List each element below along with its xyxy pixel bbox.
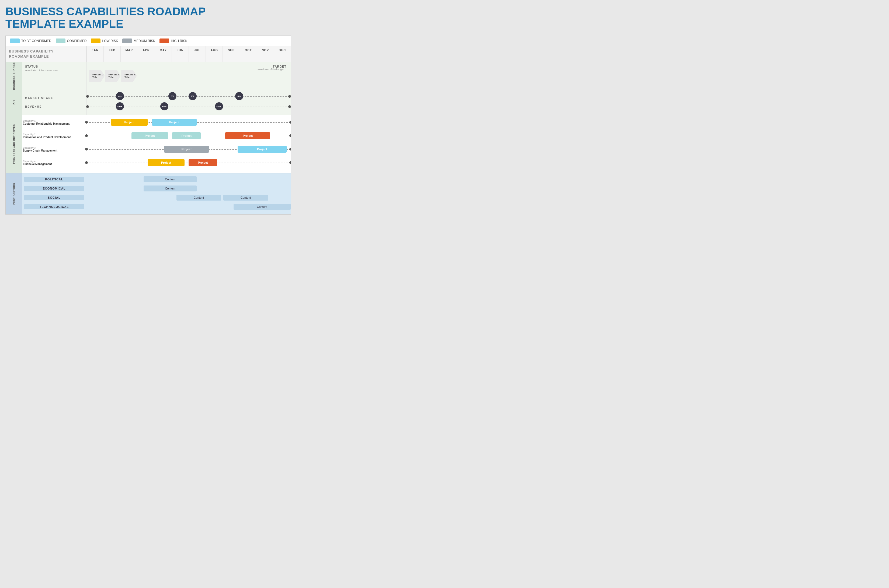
month-may: MAY xyxy=(155,46,171,62)
bc-status-desc: Description of the current state ... xyxy=(25,69,83,72)
pest-row-economical: ECONOMICALContent xyxy=(22,185,291,192)
pest-factor-political: POLITICAL xyxy=(22,177,86,182)
month-dec: DEC xyxy=(274,46,291,62)
kpi-name-market-share: MARKET SHARE xyxy=(22,94,86,102)
legend-high-box xyxy=(159,39,169,44)
pest-row-technological: TECHNOLOGICALContent xyxy=(22,203,291,210)
months-header: JANFEBMARAPRMAYJUNJULAUGSEPOCTNOVDEC xyxy=(86,46,291,62)
projects-section: PROJECTS AND INITIATIVES Capability 1:Cu… xyxy=(6,115,291,173)
kpi-section: KPI MARKET SHAREREVENUE 4%8%6%4%$50K$20K… xyxy=(6,90,291,115)
proj-track-cap4: ProjectProject xyxy=(86,159,291,166)
legend-confirmed: CONFIRMED xyxy=(56,39,87,44)
phase-arrow-phase2: PHASE 2: Title xyxy=(105,70,121,82)
kpi-tracks-area: 4%8%6%4%$50K$20K$45K xyxy=(86,90,291,115)
proj-bar-cap3: Project xyxy=(164,146,209,153)
legend-row: TO BE CONFIRMED CONFIRMED LOW RISK MEDIU… xyxy=(6,36,291,46)
kpi-bubble-market-share: 8% xyxy=(168,92,176,100)
proj-track-cap1: ProjectProject xyxy=(86,118,291,126)
pest-section-label: PEST FACTORS xyxy=(6,173,22,214)
bc-target: TARGET Description of final target ... xyxy=(257,65,286,71)
kpi-bubble-market-share: 6% xyxy=(189,92,197,100)
proj-row-cap2: Capability 2:Innovation and Product Deve… xyxy=(22,130,291,141)
bc-target-title: TARGET xyxy=(257,65,286,68)
proj-bar-cap4: Project xyxy=(147,159,184,166)
pest-bar-social: Content xyxy=(223,195,268,201)
proj-cap-label-cap3: Capability 3:Supply Chain Management xyxy=(22,147,86,152)
pest-factor-economical: ECONOMICAL xyxy=(22,186,86,191)
proj-bar-cap2: Project xyxy=(131,132,168,139)
kpi-name-revenue: REVENUE xyxy=(22,102,86,111)
proj-bar-cap3: Project xyxy=(238,146,287,153)
proj-bar-cap2: Project xyxy=(172,132,201,139)
pest-bar-economical: Content xyxy=(144,186,197,191)
kpi-track-revenue: $50K$20K$45K xyxy=(87,102,290,111)
pest-section: PEST FACTORS POLITICALContentECONOMICALC… xyxy=(6,173,291,214)
legend-tbc: TO BE CONFIRMED xyxy=(10,39,51,44)
proj-cap-label-cap4: Capability 4:Financial Management xyxy=(22,160,86,166)
proj-bar-cap1: Project xyxy=(152,119,197,126)
proj-row-cap4: Capability 4:Financial ManagementProject… xyxy=(22,158,291,168)
legend-tbc-box xyxy=(10,39,20,44)
main-layout: BUSINESS CAPABILITYROADMAP EXAMPLE JANFE… xyxy=(6,46,291,214)
month-mar: MAR xyxy=(120,46,137,62)
proj-row-cap3: Capability 3:Supply Chain ManagementProj… xyxy=(22,144,291,154)
kpi-label-area: MARKET SHAREREVENUE xyxy=(22,90,86,115)
pest-track-social: ContentContent xyxy=(86,194,291,201)
proj-bar-cap1: Project xyxy=(111,119,147,126)
legend-medium-box xyxy=(122,39,132,44)
pest-row-political: POLITICALContent xyxy=(22,176,291,183)
pest-factor-social: SOCIAL xyxy=(22,195,86,200)
header-row: BUSINESS CAPABILITYROADMAP EXAMPLE JANFE… xyxy=(6,46,291,62)
legend-confirmed-box xyxy=(56,39,65,44)
pest-track-economical: Content xyxy=(86,185,291,192)
pest-bar-political: Content xyxy=(144,176,197,182)
proj-capabilities: Capability 1:Customer Relationship Manag… xyxy=(22,115,291,173)
proj-cap-label-cap1: Capability 1:Customer Relationship Manag… xyxy=(22,120,86,125)
month-aug: AUG xyxy=(206,46,223,62)
legend-medium-risk: MEDIUM RISK xyxy=(122,39,155,44)
page-title: BUSINESS CAPABILITIES ROADMAP TEMPLATE E… xyxy=(5,5,291,30)
kpi-bubble-revenue: $45K xyxy=(215,102,223,110)
pest-rows: POLITICALContentECONOMICALContentSOCIALC… xyxy=(22,173,291,214)
kpi-track-market-share: 4%8%6%4% xyxy=(87,92,290,101)
bc-section-label: BUSINESS CHANGE xyxy=(6,62,22,90)
month-oct: OCT xyxy=(240,46,257,62)
phase-arrow-phase1: PHASE 1: Title xyxy=(89,70,105,82)
proj-bar-cap4: Project xyxy=(189,159,217,166)
bc-target-desc: Description of final target ... xyxy=(257,68,286,71)
proj-row-cap1: Capability 1:Customer Relationship Manag… xyxy=(22,117,291,128)
roadmap-container: TO BE CONFIRMED CONFIRMED LOW RISK MEDIU… xyxy=(5,36,291,214)
proj-bar-cap2: Project xyxy=(225,132,270,139)
month-feb: FEB xyxy=(104,46,120,62)
legend-high-risk: HIGH RISK xyxy=(159,39,187,44)
proj-section-label: PROJECTS AND INITIATIVES xyxy=(6,115,22,173)
pest-row-social: SOCIALContentContent xyxy=(22,194,291,201)
kpi-bubble-revenue: $50K xyxy=(116,102,124,110)
pest-bar-social: Content xyxy=(176,195,221,201)
pest-bar-technological: Content xyxy=(233,204,291,210)
business-change-section: BUSINESS CHANGE STATUS Description of th… xyxy=(6,62,291,90)
kpi-bubble-market-share: 4% xyxy=(116,92,124,100)
kpi-bubble-market-share: 4% xyxy=(235,92,243,100)
bc-left: STATUS Description of the current state … xyxy=(22,62,86,90)
header-title: BUSINESS CAPABILITYROADMAP EXAMPLE xyxy=(6,46,86,62)
kpi-section-label: KPI xyxy=(6,90,22,115)
month-nov: NOV xyxy=(257,46,274,62)
month-jan: JAN xyxy=(86,46,104,62)
proj-track-cap3: ProjectProject xyxy=(86,145,291,153)
pest-factor-technological: TECHNOLOGICAL xyxy=(22,204,86,209)
kpi-bubble-revenue: $20K xyxy=(160,102,168,110)
proj-cap-label-cap2: Capability 2:Innovation and Product Deve… xyxy=(22,133,86,139)
month-jul: JUL xyxy=(189,46,206,62)
month-jun: JUN xyxy=(171,46,189,62)
legend-low-box xyxy=(91,39,101,44)
pest-track-technological: Content xyxy=(86,203,291,210)
pest-track-political: Content xyxy=(86,176,291,183)
phase-arrow-phase3: PHASE 3: Title xyxy=(121,70,137,82)
bc-phases-area: PHASE 1: TitlePHASE 2: TitlePHASE 3: Tit… xyxy=(86,62,291,90)
month-apr: APR xyxy=(138,46,155,62)
bc-status-title: STATUS xyxy=(25,65,83,68)
month-sep: SEP xyxy=(223,46,239,62)
proj-track-cap2: ProjectProjectProject xyxy=(86,132,291,140)
legend-low-risk: LOW RISK xyxy=(91,39,118,44)
